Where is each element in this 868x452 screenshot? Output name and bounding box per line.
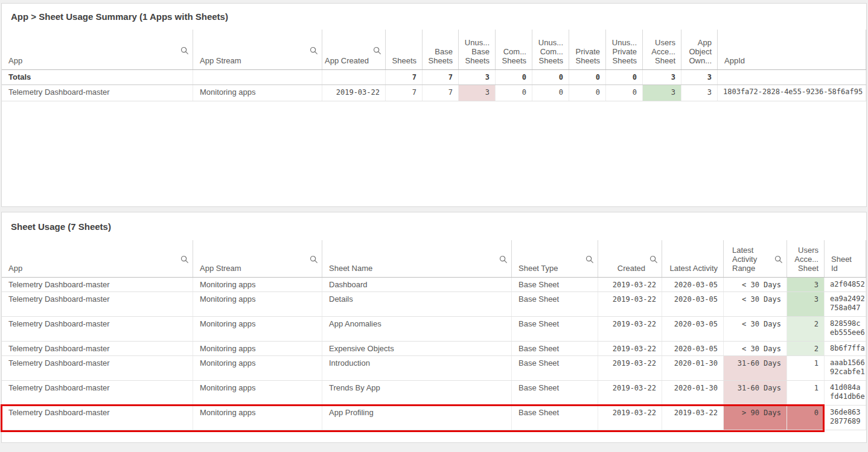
cell-created[interactable]: 2019-03-22: [598, 292, 662, 316]
column-header-label: Com... Sheets: [498, 47, 526, 65]
cell-sheet-name[interactable]: Expensive Objects: [322, 342, 512, 355]
cell-app[interactable]: Telemetry Dashboard-master: [2, 356, 193, 380]
cell-app[interactable]: Telemetry Dashboard-master: [2, 292, 193, 316]
column-header-label: Base Sheets: [425, 47, 453, 65]
usage-row: Telemetry Dashboard-master Monitoring ap…: [2, 278, 866, 292]
column-header-latest-activity-range[interactable]: Latest Activity Range: [724, 240, 787, 277]
column-header-app-created[interactable]: App Created: [322, 30, 386, 69]
cell-sheet-id[interactable]: 8b6f7ffa-: [825, 342, 866, 355]
column-header-label: Unus... Com... Sheets: [535, 38, 563, 65]
cell-app-stream[interactable]: Monitoring apps: [193, 292, 322, 316]
column-header-base-sheets[interactable]: Base Sheets: [423, 30, 459, 69]
search-icon[interactable]: [499, 255, 508, 264]
search-icon[interactable]: [649, 255, 658, 264]
column-header-app-stream[interactable]: App Stream: [193, 30, 322, 69]
column-header-app[interactable]: App: [2, 30, 193, 69]
cell-sheet-id[interactable]: a2f04852: [825, 278, 866, 291]
cell-app[interactable]: Telemetry Dashboard-master: [2, 342, 193, 355]
cell-app-object-owners-total: 3: [681, 70, 718, 84]
cell-app-stream[interactable]: Monitoring apps: [193, 356, 322, 380]
cell-app[interactable]: Telemetry Dashboard-master: [2, 278, 193, 291]
cell-sheet-name[interactable]: Dashboard: [322, 278, 512, 291]
cell-app-id[interactable]: 1803fa72-2828-4e55-9236-58f6af95: [718, 85, 866, 101]
column-header-sheet-name[interactable]: Sheet Name: [322, 240, 512, 277]
cell-created[interactable]: 2019-03-22: [598, 342, 662, 355]
search-icon[interactable]: [774, 255, 783, 264]
cell-latest-activity-range[interactable]: 31-60 Days: [724, 381, 787, 405]
column-header-label: Latest Activity: [670, 264, 718, 273]
cell-sheet-id[interactable]: aaab1566 92cabfe1: [825, 356, 866, 380]
cell-latest-activity-range[interactable]: < 30 Days: [724, 342, 787, 355]
column-header-app[interactable]: App: [2, 240, 193, 277]
cell-app[interactable]: Telemetry Dashboard-master: [2, 406, 193, 430]
column-header-unused-base-sheets[interactable]: Unus... Base Sheets: [459, 30, 496, 69]
column-header-latest-activity[interactable]: Latest Activity: [662, 240, 724, 277]
cell-app-stream[interactable]: Monitoring apps: [193, 342, 322, 355]
cell-sheet-id[interactable]: 41d084a fd41db6e: [825, 381, 866, 405]
cell-app-stream[interactable]: Monitoring apps: [193, 406, 322, 430]
cell-sheet-type[interactable]: Base Sheet: [512, 342, 598, 355]
summary-totals-row: Totals 7 7 3 0 0 0 0 3 3: [2, 70, 866, 85]
cell-sheet-name[interactable]: App Anomalies: [322, 317, 512, 341]
cell-app[interactable]: Telemetry Dashboard-master: [2, 85, 193, 101]
cell-app[interactable]: Telemetry Dashboard-master: [2, 317, 193, 341]
cell-latest-activity-range[interactable]: < 30 Days: [724, 278, 787, 291]
cell-users-accessing-sheet: 2: [787, 342, 825, 355]
cell-created[interactable]: 2019-03-22: [598, 381, 662, 405]
column-header-app-object-owners[interactable]: App Object Own...: [681, 30, 718, 69]
cell-app-stream[interactable]: Monitoring apps: [193, 381, 322, 405]
column-header-users-accessing-sheet[interactable]: Users Acce... Sheet: [643, 30, 681, 69]
cell-sheet-name[interactable]: Introduction: [322, 356, 512, 380]
cell-latest-activity-range[interactable]: 31-60 Days: [724, 356, 787, 380]
sheet-usage-table: App App Stream Sheet Name Sheet Type Cre…: [2, 240, 866, 430]
cell-created[interactable]: 2019-03-22: [598, 317, 662, 341]
cell-app-stream[interactable]: Monitoring apps: [193, 317, 322, 341]
column-header-unused-private-sheets[interactable]: Unus... Private Sheets: [606, 30, 643, 69]
cell-sheet-type[interactable]: Base Sheet: [512, 317, 598, 341]
cell-created[interactable]: 2019-03-22: [598, 356, 662, 380]
column-header-unused-community-sheets[interactable]: Unus... Com... Sheets: [532, 30, 569, 69]
column-header-app-stream[interactable]: App Stream: [193, 240, 322, 277]
search-icon[interactable]: [373, 46, 381, 55]
cell-latest-activity-range[interactable]: > 90 Days: [724, 406, 787, 430]
cell-empty: [193, 70, 322, 84]
column-header-sheet-type[interactable]: Sheet Type: [512, 240, 598, 277]
cell-created[interactable]: 2019-03-22: [598, 278, 662, 291]
column-header-sheet-id[interactable]: Sheet Id: [825, 240, 866, 277]
cell-sheet-type[interactable]: Base Sheet: [512, 406, 598, 430]
cell-created[interactable]: 2019-03-22: [598, 406, 662, 430]
cell-users-accessing-sheet: 2: [787, 317, 825, 341]
cell-sheet-name[interactable]: App Profiling: [322, 406, 512, 430]
cell-app-created[interactable]: 2019-03-22: [322, 85, 386, 101]
cell-sheet-type[interactable]: Base Sheet: [512, 278, 598, 291]
cell-sheet-id[interactable]: ea9a2492 758a047: [825, 292, 866, 316]
cell-sheet-name[interactable]: Details: [322, 292, 512, 316]
cell-users-accessing-sheet: 3: [787, 278, 825, 291]
cell-sheet-type[interactable]: Base Sheet: [512, 356, 598, 380]
search-icon[interactable]: [310, 255, 318, 264]
cell-base-sheets: 7: [423, 85, 459, 101]
cell-sheet-name[interactable]: Trends By App: [322, 381, 512, 405]
column-header-users-accessing-sheet[interactable]: Users Acce... Sheet: [787, 240, 825, 277]
column-header-sheets[interactable]: Sheets: [386, 30, 423, 69]
search-icon[interactable]: [310, 46, 318, 55]
cell-private-sheets-total: 0: [569, 70, 606, 84]
cell-latest-activity-range[interactable]: < 30 Days: [724, 317, 787, 341]
column-header-private-sheets[interactable]: Private Sheets: [569, 30, 606, 69]
search-icon[interactable]: [180, 255, 189, 264]
cell-app-stream[interactable]: Monitoring apps: [193, 278, 322, 291]
cell-app[interactable]: Telemetry Dashboard-master: [2, 381, 193, 405]
cell-app-stream[interactable]: Monitoring apps: [193, 85, 322, 101]
column-header-community-sheets[interactable]: Com... Sheets: [496, 30, 532, 69]
search-icon[interactable]: [586, 255, 594, 264]
cell-empty: [322, 70, 386, 84]
cell-sheet-id[interactable]: 828598c eb555ee6: [825, 317, 866, 341]
cell-sheet-type[interactable]: Base Sheet: [512, 292, 598, 316]
cell-sheet-type[interactable]: Base Sheet: [512, 381, 598, 405]
search-icon[interactable]: [180, 46, 189, 55]
column-header-created[interactable]: Created: [598, 240, 662, 277]
cell-sheet-id[interactable]: 36de863 2877689: [825, 406, 866, 430]
column-header-label: Sheet Id: [831, 255, 860, 273]
cell-latest-activity-range[interactable]: < 30 Days: [724, 292, 787, 316]
column-header-app-id[interactable]: AppId: [718, 30, 866, 69]
